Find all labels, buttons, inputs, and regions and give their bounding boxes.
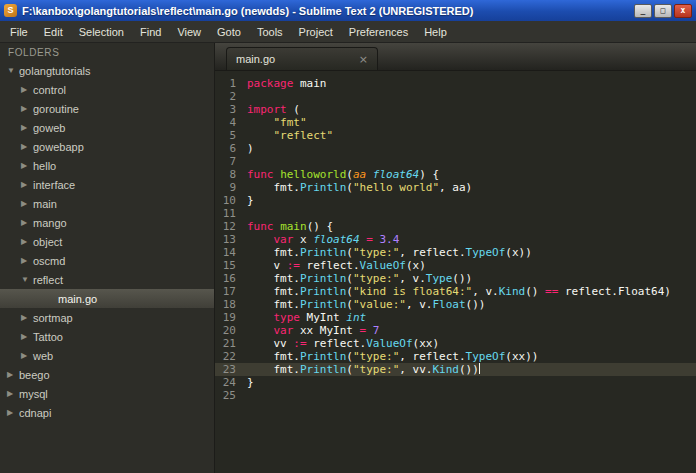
sidebar-item-interface[interactable]: ▶interface — [0, 175, 214, 194]
tab-main-go[interactable]: main.go × — [226, 47, 378, 70]
menu-goto[interactable]: Goto — [209, 21, 249, 42]
menu-selection[interactable]: Selection — [71, 21, 132, 42]
code-line-9[interactable]: 9 fmt.Println("hello world", aa) — [215, 181, 696, 194]
code-line-17[interactable]: 17 fmt.Println("kind is float64:", v.Kin… — [215, 285, 696, 298]
line-content: fmt.Println("type:", reflect.TypeOf(xx)) — [247, 350, 696, 363]
line-number: 1 — [215, 77, 247, 90]
code-line-7[interactable]: 7 — [215, 155, 696, 168]
sidebar-item-object[interactable]: ▶object — [0, 232, 214, 251]
sidebar-item-goweb[interactable]: ▶goweb — [0, 118, 214, 137]
menu-find[interactable]: Find — [132, 21, 169, 42]
code-line-3[interactable]: 3import ( — [215, 103, 696, 116]
code-line-23[interactable]: 23 fmt.Println("type:", vv.Kind()) — [215, 363, 696, 376]
chevron-down-icon[interactable]: ▼ — [21, 275, 33, 284]
chevron-right-icon[interactable]: ▶ — [21, 142, 33, 151]
line-content: fmt.Println("type:", v.Type()) — [247, 272, 696, 285]
menu-edit[interactable]: Edit — [36, 21, 71, 42]
chevron-right-icon[interactable]: ▶ — [21, 199, 33, 208]
code-line-18[interactable]: 18 fmt.Println("value:", v.Float()) — [215, 298, 696, 311]
sidebar-item-goroutine[interactable]: ▶goroutine — [0, 99, 214, 118]
sidebar-item-main[interactable]: ▶main — [0, 194, 214, 213]
chevron-right-icon[interactable]: ▶ — [21, 161, 33, 170]
code-line-2[interactable]: 2 — [215, 90, 696, 103]
chevron-right-icon[interactable]: ▶ — [7, 370, 19, 379]
chevron-right-icon[interactable]: ▶ — [7, 408, 19, 417]
code-line-24[interactable]: 24} — [215, 376, 696, 389]
code-line-19[interactable]: 19 type MyInt int — [215, 311, 696, 324]
sublime-window: S F:\kanbox\golangtutorials\reflect\main… — [0, 0, 696, 473]
line-number: 25 — [215, 389, 247, 402]
sidebar-item-label: goweb — [33, 122, 65, 134]
menu-tools[interactable]: Tools — [249, 21, 291, 42]
chevron-right-icon[interactable]: ▶ — [21, 313, 33, 322]
folders-header: FOLDERS — [0, 43, 214, 61]
code-line-20[interactable]: 20 var xx MyInt = 7 — [215, 324, 696, 337]
line-content — [247, 90, 696, 103]
sidebar-item-web[interactable]: ▶web — [0, 346, 214, 365]
code-line-13[interactable]: 13 var x float64 = 3.4 — [215, 233, 696, 246]
sidebar-item-oscmd[interactable]: ▶oscmd — [0, 251, 214, 270]
sidebar-item-mango[interactable]: ▶mango — [0, 213, 214, 232]
sidebar-item-label: oscmd — [33, 255, 65, 267]
code-line-15[interactable]: 15 v := reflect.ValueOf(x) — [215, 259, 696, 272]
code-line-6[interactable]: 6) — [215, 142, 696, 155]
line-content: package main — [247, 77, 696, 90]
sidebar-item-cdnapi[interactable]: ▶cdnapi — [0, 403, 214, 422]
menu-preferences[interactable]: Preferences — [341, 21, 416, 42]
sidebar-item-label: mango — [33, 217, 67, 229]
sidebar-item-mysql[interactable]: ▶mysql — [0, 384, 214, 403]
sidebar-item-main-go[interactable]: main.go — [0, 289, 214, 308]
maximize-button[interactable]: □ — [654, 4, 672, 18]
close-button[interactable]: x — [674, 4, 692, 18]
menu-project[interactable]: Project — [291, 21, 341, 42]
code-line-16[interactable]: 16 fmt.Println("type:", v.Type()) — [215, 272, 696, 285]
code-line-14[interactable]: 14 fmt.Println("type:", reflect.TypeOf(x… — [215, 246, 696, 259]
editor-pane: main.go × 1package main23import (4 "fmt"… — [215, 43, 696, 473]
line-number: 14 — [215, 246, 247, 259]
sidebar-item-tattoo[interactable]: ▶Tattoo — [0, 327, 214, 346]
chevron-right-icon[interactable]: ▶ — [21, 218, 33, 227]
chevron-right-icon[interactable]: ▶ — [21, 351, 33, 360]
chevron-right-icon[interactable]: ▶ — [21, 332, 33, 341]
code-line-22[interactable]: 22 fmt.Println("type:", reflect.TypeOf(x… — [215, 350, 696, 363]
chevron-right-icon[interactable]: ▶ — [21, 104, 33, 113]
code-area[interactable]: 1package main23import (4 "fmt"5 "reflect… — [215, 71, 696, 473]
sidebar-item-golangtutorials[interactable]: ▼golangtutorials — [0, 61, 214, 80]
minimize-button[interactable]: _ — [634, 4, 652, 18]
code-line-25[interactable]: 25 — [215, 389, 696, 402]
code-line-1[interactable]: 1package main — [215, 77, 696, 90]
line-content: ) — [247, 142, 696, 155]
line-number: 13 — [215, 233, 247, 246]
sidebar-item-control[interactable]: ▶control — [0, 80, 214, 99]
sidebar-item-sortmap[interactable]: ▶sortmap — [0, 308, 214, 327]
code-line-4[interactable]: 4 "fmt" — [215, 116, 696, 129]
chevron-down-icon[interactable]: ▼ — [7, 66, 19, 75]
sidebar-item-hello[interactable]: ▶hello — [0, 156, 214, 175]
code-line-11[interactable]: 11 — [215, 207, 696, 220]
chevron-right-icon[interactable]: ▶ — [21, 123, 33, 132]
sidebar-item-gowebapp[interactable]: ▶gowebapp — [0, 137, 214, 156]
line-number: 10 — [215, 194, 247, 207]
code-line-8[interactable]: 8func helloworld(aa float64) { — [215, 168, 696, 181]
code-line-12[interactable]: 12func main() { — [215, 220, 696, 233]
sidebar-item-beego[interactable]: ▶beego — [0, 365, 214, 384]
tab-close-icon[interactable]: × — [359, 53, 368, 66]
menu-file[interactable]: File — [2, 21, 36, 42]
code-line-5[interactable]: 5 "reflect" — [215, 129, 696, 142]
chevron-right-icon[interactable]: ▶ — [21, 85, 33, 94]
line-content: func main() { — [247, 220, 696, 233]
line-number: 12 — [215, 220, 247, 233]
line-number: 5 — [215, 129, 247, 142]
line-number: 8 — [215, 168, 247, 181]
sidebar-item-reflect[interactable]: ▼reflect — [0, 270, 214, 289]
chevron-right-icon[interactable]: ▶ — [21, 237, 33, 246]
code-line-21[interactable]: 21 vv := reflect.ValueOf(xx) — [215, 337, 696, 350]
chevron-right-icon[interactable]: ▶ — [21, 180, 33, 189]
line-number: 20 — [215, 324, 247, 337]
menu-help[interactable]: Help — [416, 21, 455, 42]
code-line-10[interactable]: 10} — [215, 194, 696, 207]
chevron-right-icon[interactable]: ▶ — [21, 256, 33, 265]
chevron-right-icon[interactable]: ▶ — [7, 389, 19, 398]
menu-view[interactable]: View — [169, 21, 209, 42]
line-number: 24 — [215, 376, 247, 389]
